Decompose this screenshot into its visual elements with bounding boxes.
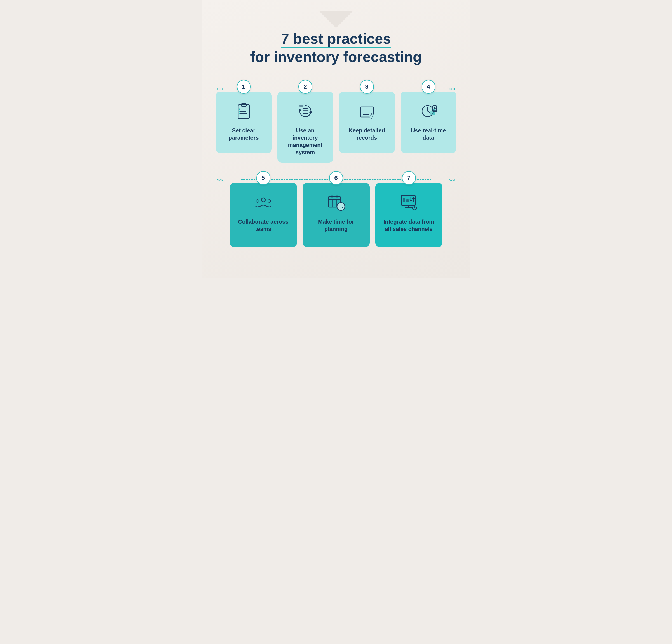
calendar-clock-icon [325, 191, 347, 214]
card-6-label: Make time for planning [308, 218, 364, 232]
number-badge-2: 2 [298, 80, 312, 94]
title-section: 7 best practices for inventory forecasti… [213, 31, 459, 66]
card-wrapper-6: 6 [302, 171, 370, 247]
row2-cards: 5 [213, 171, 459, 247]
card-wrapper-7: 7 [375, 171, 443, 247]
card-4: Use real-time data [400, 92, 456, 153]
card-wrapper-2: 2 [277, 80, 333, 163]
svg-point-37 [256, 200, 259, 202]
svg-marker-9 [309, 110, 312, 113]
card-1-label: Set clear parameters [221, 127, 266, 141]
folder-records-icon [356, 100, 378, 122]
svg-point-7 [239, 113, 240, 114]
data-channels-icon [398, 191, 420, 214]
number-badge-6: 6 [329, 171, 343, 185]
card-wrapper-5: 5 [230, 171, 297, 247]
svg-rect-30 [431, 111, 433, 115]
card-3: Keep detailed records [339, 92, 395, 153]
svg-rect-14 [299, 106, 303, 107]
clock-chart-icon [417, 100, 440, 122]
svg-rect-57 [406, 199, 409, 202]
card-7-label: Integrate data from all sales channels [381, 218, 437, 232]
svg-rect-12 [298, 104, 302, 104]
title-line2: for inventory forecasting [213, 48, 459, 65]
card-wrapper-1: 1 [216, 80, 272, 163]
svg-marker-8 [299, 109, 301, 112]
bottom-space [213, 255, 459, 261]
card-5-label: Collaborate across teams [236, 218, 291, 232]
card-7: Integrate data from all sales channels [375, 183, 443, 247]
svg-point-65 [414, 206, 415, 208]
svg-point-38 [268, 200, 271, 202]
card-2: Use an inventory management system [277, 92, 333, 163]
svg-point-5 [239, 108, 240, 110]
card-2-label: Use an inventory management system [283, 127, 328, 156]
card-wrapper-4: 4 [400, 80, 456, 163]
team-icon [252, 191, 275, 214]
clipboard-icon [232, 100, 255, 122]
svg-rect-10 [303, 109, 308, 114]
svg-line-28 [428, 111, 431, 113]
svg-point-6 [239, 110, 240, 112]
number-badge-5: 5 [256, 171, 271, 185]
top-chevron [213, 11, 459, 28]
number-badge-3: 3 [360, 80, 374, 94]
gear-boxes-icon [294, 100, 316, 122]
chevron-decoration [319, 11, 353, 28]
card-6: Make time for planning [302, 183, 370, 247]
title-line1: 7 best practices [213, 31, 459, 48]
row1-section: »» »» 1 [213, 80, 459, 163]
number-badge-4: 4 [421, 80, 435, 94]
svg-point-20 [370, 114, 374, 118]
svg-rect-13 [299, 105, 303, 106]
svg-point-36 [261, 198, 265, 202]
card-1: Set clear parameters [216, 92, 272, 153]
row2-section: »» »» 5 [213, 171, 459, 247]
title-line1-text: 7 best practices [281, 31, 391, 48]
number-badge-7: 7 [402, 171, 416, 185]
svg-rect-16 [360, 107, 373, 111]
number-badge-1: 1 [237, 80, 251, 94]
svg-rect-56 [403, 198, 405, 202]
row1-cards: 1 [213, 80, 459, 163]
card-3-label: Keep detailed records [345, 127, 389, 141]
card-5: Collaborate across teams [230, 183, 297, 247]
card-wrapper-3: 3 [339, 80, 395, 163]
page-container: 7 best practices for inventory forecasti… [202, 0, 470, 278]
card-4-label: Use real-time data [406, 127, 451, 141]
